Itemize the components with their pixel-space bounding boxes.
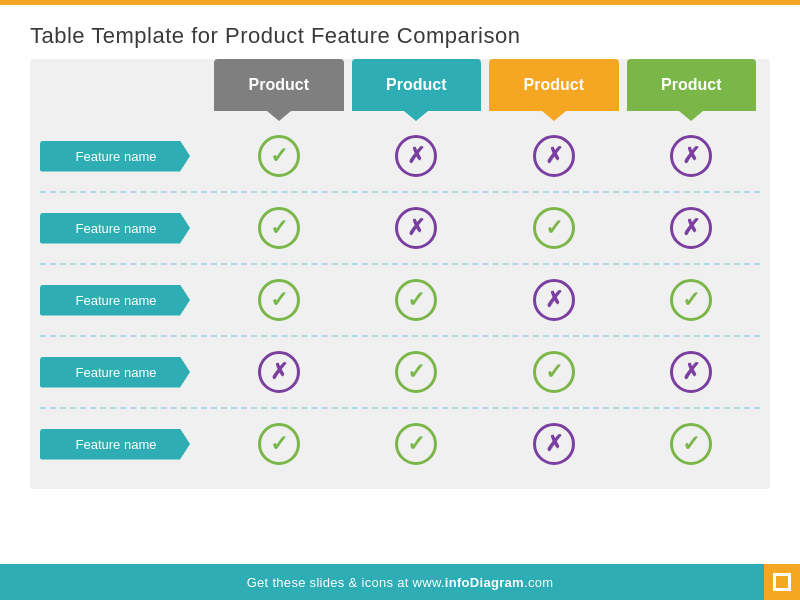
data-row-5: Feature name✓✓✗✓: [40, 409, 760, 479]
title-area: Table Template for Product Feature Compa…: [0, 5, 800, 59]
footer-brand: infoDiagram: [445, 575, 524, 590]
feature-label-2: Feature name: [40, 213, 210, 244]
cross-icon-4-4: ✗: [670, 351, 712, 393]
cell-1-1: ✓: [214, 127, 344, 185]
check-icon-5-2: ✓: [395, 423, 437, 465]
cell-2-1: ✓: [214, 199, 344, 257]
feature-label-5: Feature name: [40, 429, 210, 460]
feature-tag-2: Feature name: [40, 213, 190, 244]
feature-label-4: Feature name: [40, 357, 210, 388]
data-row-4: Feature name✗✓✓✗: [40, 337, 760, 409]
data-row-3: Feature name✓✓✗✓: [40, 265, 760, 337]
cell-2-3: ✓: [489, 199, 619, 257]
cell-1-4: ✗: [627, 127, 757, 185]
cross-icon-1-4: ✗: [670, 135, 712, 177]
footer-icon-box: [764, 564, 800, 600]
comparison-table: Product Product Product Product Feature …: [30, 59, 770, 489]
check-icon-3-1: ✓: [258, 279, 300, 321]
product-label-4: Product: [661, 76, 721, 94]
data-rows: Feature name✓✗✗✗Feature name✓✗✓✗Feature …: [30, 111, 770, 479]
cell-3-4: ✓: [627, 271, 757, 329]
cell-4-2: ✓: [352, 343, 482, 401]
product-label-2: Product: [386, 76, 446, 94]
check-icon-5-4: ✓: [670, 423, 712, 465]
cell-4-3: ✓: [489, 343, 619, 401]
product-header-2: Product: [352, 59, 482, 111]
product-label-3: Product: [524, 76, 584, 94]
cell-4-4: ✗: [627, 343, 757, 401]
footer-inner-square: [773, 573, 791, 591]
cross-icon-1-2: ✗: [395, 135, 437, 177]
feature-label-1: Feature name: [40, 141, 210, 172]
cell-3-2: ✓: [352, 271, 482, 329]
check-icon-2-3: ✓: [533, 207, 575, 249]
product-label-1: Product: [249, 76, 309, 94]
check-icon-4-2: ✓: [395, 351, 437, 393]
cell-4-1: ✗: [214, 343, 344, 401]
data-row-1: Feature name✓✗✗✗: [40, 121, 760, 193]
cell-1-2: ✗: [352, 127, 482, 185]
cell-5-2: ✓: [352, 415, 482, 473]
check-icon-3-4: ✓: [670, 279, 712, 321]
product-header-4: Product: [627, 59, 757, 111]
cell-3-1: ✓: [214, 271, 344, 329]
product-header-3: Product: [489, 59, 619, 111]
feature-tag-1: Feature name: [40, 141, 190, 172]
feature-label-3: Feature name: [40, 285, 210, 316]
header-row: Product Product Product Product: [30, 59, 770, 111]
check-icon-5-1: ✓: [258, 423, 300, 465]
product-header-1: Product: [214, 59, 344, 111]
footer: Get these slides & icons at www.infoDiag…: [0, 564, 800, 600]
cell-2-4: ✗: [627, 199, 757, 257]
cell-3-3: ✗: [489, 271, 619, 329]
check-icon-4-3: ✓: [533, 351, 575, 393]
cross-icon-4-1: ✗: [258, 351, 300, 393]
cross-icon-5-3: ✗: [533, 423, 575, 465]
cross-icon-2-2: ✗: [395, 207, 437, 249]
cross-icon-1-3: ✗: [533, 135, 575, 177]
page-title: Table Template for Product Feature Compa…: [30, 23, 770, 49]
cross-icon-2-4: ✗: [670, 207, 712, 249]
cell-5-3: ✗: [489, 415, 619, 473]
feature-tag-4: Feature name: [40, 357, 190, 388]
cross-icon-3-3: ✗: [533, 279, 575, 321]
cell-5-1: ✓: [214, 415, 344, 473]
check-icon-3-2: ✓: [395, 279, 437, 321]
check-icon-1-1: ✓: [258, 135, 300, 177]
cell-1-3: ✗: [489, 127, 619, 185]
footer-text: Get these slides & icons at www.infoDiag…: [247, 575, 554, 590]
cell-2-2: ✗: [352, 199, 482, 257]
feature-tag-3: Feature name: [40, 285, 190, 316]
check-icon-2-1: ✓: [258, 207, 300, 249]
data-row-2: Feature name✓✗✓✗: [40, 193, 760, 265]
feature-tag-5: Feature name: [40, 429, 190, 460]
cell-5-4: ✓: [627, 415, 757, 473]
